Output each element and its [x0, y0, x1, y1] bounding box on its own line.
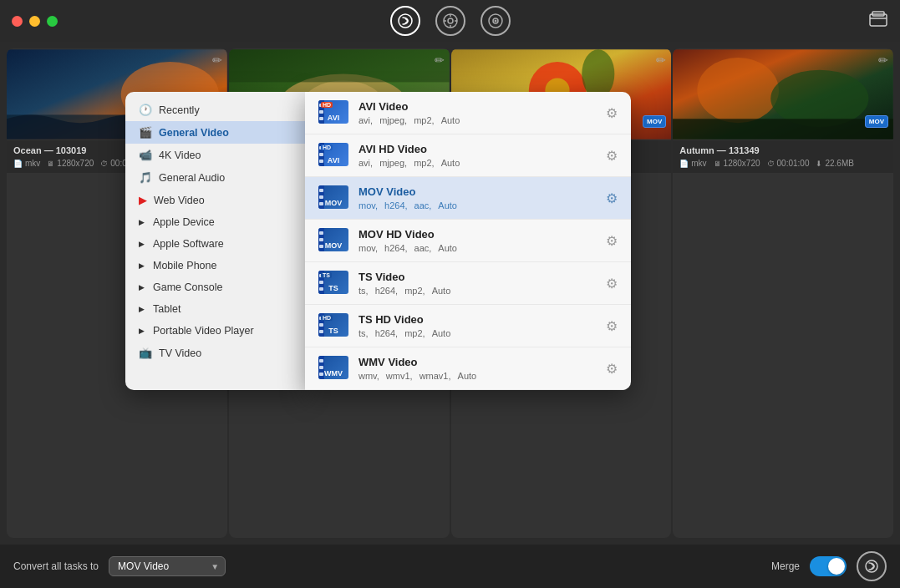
- disc-icon[interactable]: [481, 6, 511, 36]
- format-select[interactable]: MOV Video AVI Video AVI HD Video MOV HD …: [109, 556, 226, 576]
- category-audio-label: General Audio: [159, 172, 225, 184]
- wmv-icon: WMV: [318, 356, 350, 381]
- category-game-console[interactable]: ▶ Game Console: [125, 276, 305, 298]
- output-badge-flower: MOV: [643, 115, 666, 128]
- format-mov-hd-tags: mov, h264, aac, Auto: [358, 243, 597, 253]
- mov-icon: MOV: [318, 185, 350, 210]
- close-button[interactable]: [12, 16, 23, 27]
- category-apple-device[interactable]: ▶ Apple Device: [125, 211, 305, 233]
- category-tablet-label: Tablet: [153, 303, 181, 315]
- format-avi-hd-name: AVI HD Video: [358, 143, 597, 155]
- category-web-video[interactable]: ▶ Web Video: [125, 189, 305, 211]
- edit-icon-ocean[interactable]: ✏: [212, 53, 222, 67]
- avi-hd-icon: HD AVI: [318, 143, 350, 168]
- titlebar: [0, 0, 900, 42]
- category-apple-device-label: Apple Device: [153, 216, 215, 228]
- avi-icon: HD AVI: [318, 100, 350, 125]
- format-wmv[interactable]: WMV WMV Video wmv, wmv1, wmav1, Auto ⚙: [305, 347, 631, 390]
- minimize-button[interactable]: [29, 16, 40, 27]
- chevron-portable: ▶: [139, 327, 145, 335]
- output-badge-autumn: MOV: [865, 115, 888, 128]
- titlebar-icons: [390, 6, 511, 36]
- category-portable-video[interactable]: ▶ Portable Video Player: [125, 320, 305, 342]
- category-recently[interactable]: 🕐 Recently: [125, 99, 305, 121]
- format-avi-hd-settings[interactable]: ⚙: [606, 148, 618, 164]
- format-dropdown: 🕐 Recently 🎬 General Video 📹 4K Video 🎵 …: [125, 92, 631, 390]
- category-4k-video[interactable]: 📹 4K Video: [125, 144, 305, 166]
- category-general-video[interactable]: 🎬 General Video: [125, 121, 305, 144]
- format-wmv-tags: wmv, wmv1, wmav1, Auto: [358, 371, 597, 381]
- category-tablet[interactable]: ▶ Tablet: [125, 298, 305, 320]
- maximize-button[interactable]: [47, 16, 58, 27]
- video-card-autumn: ✏ MOV Autumn — 131349 📄 mkv 🖥 1280x720 ⏱…: [673, 48, 893, 538]
- format-ts[interactable]: TS TS TS Video ts, h264, mp2, Auto ⚙: [305, 262, 631, 305]
- category-apple-software[interactable]: ▶ Apple Software: [125, 233, 305, 255]
- audio-icon: 🎵: [139, 171, 152, 184]
- video-resolution-ocean: 🖥 1280x720: [47, 159, 94, 168]
- format-mov-hd-settings[interactable]: ⚙: [606, 233, 618, 249]
- category-4k-label: 4K Video: [159, 150, 201, 161]
- format-select-wrapper: MOV Video AVI Video AVI HD Video MOV HD …: [109, 556, 226, 576]
- format-avi-hd-tags: avi, mjpeg, mp2, Auto: [358, 158, 597, 168]
- toolbox-icon[interactable]: [868, 9, 888, 33]
- format-mov-tags: mov, h264, aac, Auto: [358, 200, 597, 210]
- format-ts-hd-info: TS HD Video ts, h264, mp2, Auto: [358, 313, 597, 338]
- format-mov-hd-info: MOV HD Video mov, h264, aac, Auto: [358, 228, 597, 253]
- main-content: ✏ MOV Ocean — 103019 📄 mkv 🖥 1280x720 ⏱ …: [0, 42, 900, 545]
- chevron-game: ▶: [139, 283, 145, 291]
- merge-label: Merge: [771, 560, 800, 572]
- category-web-label: Web Video: [154, 195, 205, 206]
- svg-point-28: [866, 560, 877, 572]
- category-tv-label: TV Video: [159, 347, 201, 359]
- format-panel[interactable]: HD AVI AVI Video avi, mjpeg, mp2, Auto ⚙: [305, 92, 631, 390]
- format-avi-name: AVI Video: [358, 100, 597, 113]
- edit-icon-flower[interactable]: ✏: [656, 53, 666, 67]
- category-general-audio[interactable]: 🎵 General Audio: [125, 166, 305, 189]
- chevron-mobile: ▶: [139, 261, 145, 270]
- format-mov-info: MOV Video mov, h264, aac, Auto: [358, 185, 597, 210]
- format-avi-tags: avi, mjpeg, mp2, Auto: [358, 115, 597, 125]
- convert-button[interactable]: [857, 551, 887, 581]
- format-mov[interactable]: MOV MOV Video mov, h264, aac, Auto ⚙: [305, 177, 631, 220]
- convert-all-label: Convert all tasks to: [13, 560, 99, 572]
- chevron-apple-software: ▶: [139, 240, 145, 248]
- svg-point-0: [399, 14, 412, 28]
- format-ts-hd-settings[interactable]: ⚙: [606, 318, 618, 334]
- format-avi-settings[interactable]: ⚙: [606, 105, 618, 121]
- category-apple-software-label: Apple Software: [153, 238, 224, 250]
- format-mov-name: MOV Video: [358, 185, 597, 198]
- format-avi-hd[interactable]: HD AVI AVI HD Video avi, mjpeg, mp2, Aut…: [305, 134, 631, 177]
- ts-hd-icon: HD TS: [318, 313, 350, 338]
- merge-toggle[interactable]: [810, 556, 847, 576]
- video-title-autumn: Autumn — 131349: [679, 145, 887, 155]
- format-avi-info: AVI Video avi, mjpeg, mp2, Auto: [358, 100, 597, 125]
- svg-point-25: [698, 58, 780, 123]
- format-mov-settings[interactable]: ⚙: [606, 190, 618, 206]
- video-size-autumn: ⬇ 22.6MB: [816, 159, 853, 168]
- video-format-ocean: 📄 mkv: [13, 159, 40, 168]
- format-ts-settings[interactable]: ⚙: [606, 276, 618, 291]
- svg-point-26: [770, 70, 868, 127]
- category-portable-label: Portable Video Player: [153, 325, 254, 337]
- category-mobile-phone[interactable]: ▶ Mobile Phone: [125, 255, 305, 276]
- format-avi[interactable]: HD AVI AVI Video avi, mjpeg, mp2, Auto ⚙: [305, 92, 631, 134]
- category-mobile-label: Mobile Phone: [153, 260, 216, 271]
- format-ts-name: TS Video: [358, 271, 597, 283]
- format-wmv-settings[interactable]: ⚙: [606, 361, 618, 377]
- edit-icon-autumn[interactable]: ✏: [878, 53, 888, 67]
- category-general-video-label: General Video: [159, 127, 229, 139]
- convert-icon[interactable]: [390, 6, 420, 36]
- settings-icon[interactable]: [435, 6, 465, 36]
- format-avi-hd-info: AVI HD Video avi, mjpeg, mp2, Auto: [358, 143, 597, 168]
- tv-icon: 📺: [139, 347, 152, 359]
- format-mov-hd-name: MOV HD Video: [358, 228, 597, 241]
- video-resolution-autumn: 🖥 1280x720: [714, 159, 760, 168]
- edit-icon-cow[interactable]: ✏: [435, 53, 445, 67]
- ts-icon: TS TS: [318, 271, 350, 296]
- category-tv-video[interactable]: 📺 TV Video: [125, 342, 305, 364]
- format-ts-hd[interactable]: HD TS TS HD Video ts, h264, mp2, Auto ⚙: [305, 305, 631, 347]
- toggle-thumb: [828, 558, 845, 575]
- format-mov-hd[interactable]: MOV MOV HD Video mov, h264, aac, Auto ⚙: [305, 220, 631, 262]
- chevron-tablet: ▶: [139, 305, 145, 313]
- format-ts-hd-tags: ts, h264, mp2, Auto: [358, 328, 597, 338]
